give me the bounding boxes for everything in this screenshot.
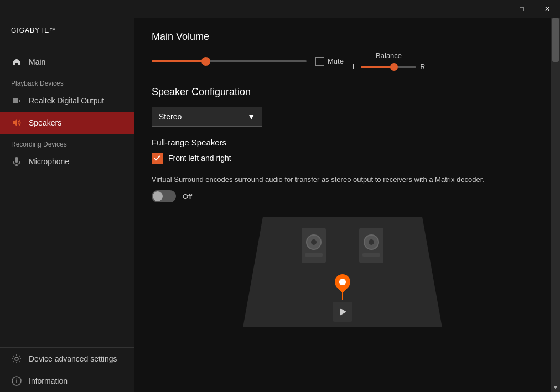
scrollbar: ▲ ▼	[551, 18, 560, 392]
microphone-label: Microphone	[29, 157, 69, 166]
svg-point-9	[16, 379, 17, 380]
play-icon	[340, 308, 346, 316]
sidebar: GIGABYTE™ Main Playback Devices Realtek …	[0, 18, 134, 392]
left-speaker	[302, 228, 326, 263]
speaker-config-title: Speaker Configuration	[152, 86, 533, 98]
pin-head	[331, 271, 354, 293]
digital-output-icon	[11, 95, 22, 106]
sidebar-item-microphone[interactable]: Microphone	[0, 150, 134, 173]
listener-pin	[335, 274, 350, 300]
realtek-label: Realtek Digital Output	[29, 96, 104, 105]
mute-label: Mute	[328, 57, 344, 65]
balance-l-label: L	[352, 63, 356, 71]
sidebar-item-realtek[interactable]: Realtek Digital Output	[0, 90, 134, 112]
balance-row: L R	[352, 63, 425, 71]
balance-slider[interactable]	[361, 66, 416, 68]
speaker-config-section: Speaker Configuration Stereo ▼	[152, 86, 533, 127]
balance-title: Balance	[376, 51, 402, 60]
chevron-down-icon: ▼	[247, 112, 255, 121]
virtual-surround-section: Virtual Surround encodes surround audio …	[152, 175, 533, 202]
right-speaker-cone-inner	[369, 239, 374, 245]
virtual-surround-toggle-label: Off	[183, 192, 192, 201]
scroll-down-button[interactable]: ▼	[551, 383, 560, 392]
main-volume-title: Main Volume	[152, 31, 533, 43]
maximize-button[interactable]: □	[509, 0, 535, 18]
balance-fill	[361, 66, 394, 68]
app-trademark: ™	[49, 27, 56, 34]
right-speaker-cone	[364, 234, 379, 250]
balance-section: Balance L R	[352, 51, 425, 71]
volume-slider[interactable]	[152, 60, 307, 62]
settings-icon	[11, 353, 22, 364]
virtual-surround-text: Virtual Surround encodes surround audio …	[152, 175, 533, 185]
dropdown-value: Stereo	[159, 112, 182, 121]
virtual-surround-toggle[interactable]	[152, 190, 176, 202]
app-title: GIGABYTE	[11, 27, 49, 34]
speaker-stage	[243, 217, 442, 327]
info-icon	[11, 375, 22, 386]
toggle-knob	[153, 191, 163, 201]
microphone-icon	[11, 156, 22, 167]
fullrange-title: Full-range Speakers	[152, 138, 533, 147]
speaker-icon	[11, 117, 22, 128]
svg-rect-3	[15, 157, 18, 163]
app-logo: GIGABYTE™	[0, 18, 134, 51]
volume-fill	[152, 60, 206, 62]
volume-thumb[interactable]	[201, 57, 210, 66]
recording-devices-label: Recording Devices	[0, 134, 134, 150]
sidebar-main-label: Main	[29, 58, 45, 66]
speakers-label: Speakers	[29, 118, 61, 127]
fullrange-section: Full-range Speakers Front left and right	[152, 138, 533, 164]
scrollbar-thumb[interactable]	[552, 18, 559, 62]
sidebar-bottom: Device advanced settings Information	[0, 347, 134, 392]
titlebar: ─ □ ✕	[0, 0, 560, 18]
sidebar-item-main[interactable]: Main	[0, 51, 134, 73]
right-speaker	[359, 228, 383, 263]
svg-rect-0	[13, 98, 18, 103]
minimize-button[interactable]: ─	[484, 0, 509, 18]
close-button[interactable]: ✕	[535, 0, 560, 18]
right-speaker-base	[362, 253, 380, 257]
mute-checkbox-box[interactable]	[315, 57, 324, 66]
left-speaker-cone	[306, 234, 322, 250]
mute-control[interactable]: Mute	[315, 57, 344, 66]
front-speakers-checkbox[interactable]	[152, 153, 163, 164]
left-speaker-base	[305, 253, 323, 257]
balance-r-label: R	[421, 63, 426, 71]
information-label: Information	[29, 377, 68, 385]
svg-point-6	[15, 357, 18, 360]
sidebar-item-information[interactable]: Information	[0, 370, 134, 392]
left-speaker-cone-inner	[311, 239, 317, 245]
volume-row: Mute Balance L R	[152, 51, 533, 71]
speaker-diagram	[152, 211, 533, 333]
home-icon	[11, 56, 22, 67]
pin-head-inner	[339, 279, 346, 285]
device-advanced-label: Device advanced settings	[29, 354, 117, 363]
svg-marker-2	[13, 119, 17, 127]
front-speakers-checkbox-row[interactable]: Front left and right	[152, 153, 533, 164]
checkmark-icon	[154, 155, 160, 161]
balance-thumb[interactable]	[390, 63, 398, 71]
sidebar-item-device-advanced[interactable]: Device advanced settings	[0, 348, 134, 370]
main-content: Main Volume Mute Balance L R Speaker Con…	[134, 18, 551, 392]
front-speakers-label: Front left and right	[168, 154, 231, 163]
speaker-config-dropdown[interactable]: Stereo ▼	[152, 107, 262, 127]
playback-devices-label: Playback Devices	[0, 73, 134, 90]
virtual-surround-toggle-row: Off	[152, 190, 533, 202]
play-button[interactable]	[333, 302, 352, 322]
sidebar-item-speakers[interactable]: Speakers	[0, 112, 134, 134]
svg-rect-1	[19, 100, 20, 102]
